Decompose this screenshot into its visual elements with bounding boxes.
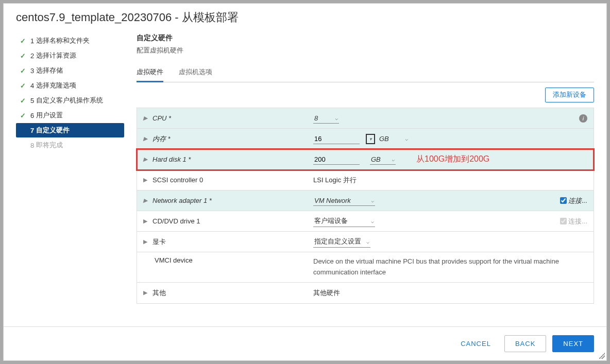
cd-connect-checkbox (560, 218, 567, 224)
chevron-right-icon[interactable]: ▶ (143, 238, 147, 245)
row-other: ▶其他 其他硬件 (137, 283, 594, 303)
chevron-right-icon[interactable]: ▶ (143, 289, 147, 296)
step-storage[interactable]: 3 选择存储 (16, 63, 124, 78)
row-network-adapter: ▶Network adapter 1 * VM Network⌵ 连接... (137, 190, 594, 211)
dialog-title: centos7.9_template_20230706 - 从模板部署 (4, 4, 606, 29)
row-cd-dvd: ▶CD/DVD drive 1 客户端设备⌵ 连接... (137, 211, 594, 232)
step-guest-os[interactable]: 5 自定义客户机操作系统 (16, 93, 124, 108)
step-user-settings[interactable]: 6 用户设置 (16, 108, 124, 123)
row-hard-disk: ▶Hard disk 1 * GB⌵ 从100G增加到200G (137, 149, 594, 170)
memory-input[interactable] (313, 134, 360, 144)
tab-bar: 虚拟硬件 虚拟机选项 (137, 63, 594, 82)
chevron-right-icon[interactable]: ▶ (143, 177, 147, 183)
wizard-steps: 1 选择名称和文件夹 2 选择计算资源 3 选择存储 4 选择克隆选项 5 自定… (16, 29, 124, 326)
hard-disk-unit-select[interactable]: GB⌵ (370, 154, 396, 165)
cancel-button[interactable]: CANCEL (453, 336, 498, 352)
chevron-down-icon: ⌵ (335, 115, 338, 121)
step-clone-options[interactable]: 4 选择克隆选项 (16, 78, 124, 93)
network-connect-checkbox[interactable] (560, 197, 567, 204)
chevron-down-icon: ⌵ (392, 157, 395, 162)
chevron-right-icon[interactable]: ▶ (143, 156, 147, 163)
memory-stepper[interactable]: ▾ (366, 134, 375, 144)
cd-dvd-select[interactable]: 客户端设备⌵ (313, 215, 375, 227)
cpu-select[interactable]: 8⌵ (313, 113, 339, 124)
chevron-down-icon: ⌵ (371, 198, 374, 203)
row-cpu: ▶CPU * 8⌵ i (137, 108, 594, 129)
chevron-down-icon: ⌵ (371, 218, 374, 224)
row-scsi-controller: ▶SCSI controller 0 LSI Logic 并行 (137, 170, 594, 190)
row-vmci: VMCI device Device on the virtual machin… (137, 252, 594, 283)
chevron-down-icon[interactable]: ⌵ (405, 136, 408, 142)
chevron-down-icon: ⌵ (366, 239, 369, 245)
annotation-text: 从100G增加到200G (416, 154, 489, 165)
back-button[interactable]: BACK (504, 335, 546, 352)
resize-handle[interactable] (599, 353, 605, 359)
section-title: 自定义硬件 (137, 29, 594, 43)
step-ready-complete: 8 即将完成 (16, 138, 124, 152)
step-name-folder[interactable]: 1 选择名称和文件夹 (16, 33, 124, 48)
step-customize-hardware[interactable]: 7 自定义硬件 (16, 123, 124, 137)
row-video-card: ▶显卡 指定自定义设置⌵ (137, 232, 594, 252)
section-subtitle: 配置虚拟机硬件 (137, 43, 594, 60)
next-button[interactable]: NEXT (552, 335, 594, 352)
tab-virtual-hardware[interactable]: 虚拟硬件 (137, 63, 163, 82)
hard-disk-size-input[interactable] (313, 154, 360, 165)
row-memory: ▶内存 * ▾ GB⌵ (137, 129, 594, 149)
add-device-button[interactable]: 添加新设备 (545, 88, 594, 102)
info-icon[interactable]: i (579, 114, 587, 123)
chevron-right-icon[interactable]: ▶ (143, 218, 147, 224)
chevron-right-icon[interactable]: ▶ (143, 135, 147, 142)
deploy-template-dialog: centos7.9_template_20230706 - 从模板部署 1 选择… (3, 3, 607, 361)
network-select[interactable]: VM Network⌵ (313, 196, 375, 206)
chevron-right-icon[interactable]: ▶ (143, 197, 147, 204)
hardware-grid: ▶CPU * 8⌵ i ▶内存 * ▾ GB⌵ ▶Hard disk 1 * (137, 108, 594, 304)
tab-vm-options[interactable]: 虚拟机选项 (179, 63, 212, 82)
chevron-right-icon[interactable]: ▶ (143, 115, 147, 122)
step-compute-resource[interactable]: 2 选择计算资源 (16, 48, 124, 63)
video-card-select[interactable]: 指定自定义设置⌵ (313, 236, 370, 248)
dialog-footer: CANCEL BACK NEXT (4, 326, 606, 360)
